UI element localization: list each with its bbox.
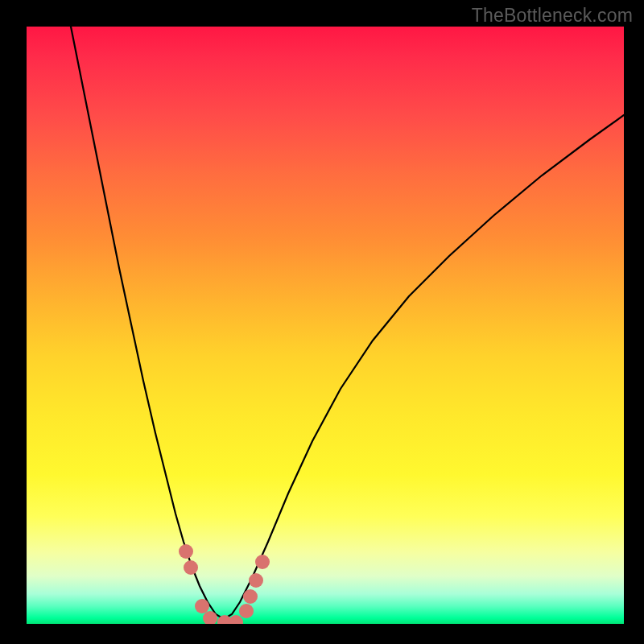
marker-dot [249, 573, 263, 588]
marker-dots [179, 544, 270, 624]
marker-dot [255, 555, 270, 569]
watermark-text: TheBottleneck.com [472, 5, 633, 27]
bottleneck-curve [71, 27, 624, 619]
chart-plot-area [27, 27, 624, 624]
marker-dot [239, 604, 254, 618]
marker-dot [229, 615, 243, 624]
marker-dot [243, 589, 258, 604]
marker-dot [195, 599, 209, 613]
chart-svg [27, 27, 624, 624]
marker-dot [179, 544, 193, 559]
marker-dot [184, 560, 198, 575]
